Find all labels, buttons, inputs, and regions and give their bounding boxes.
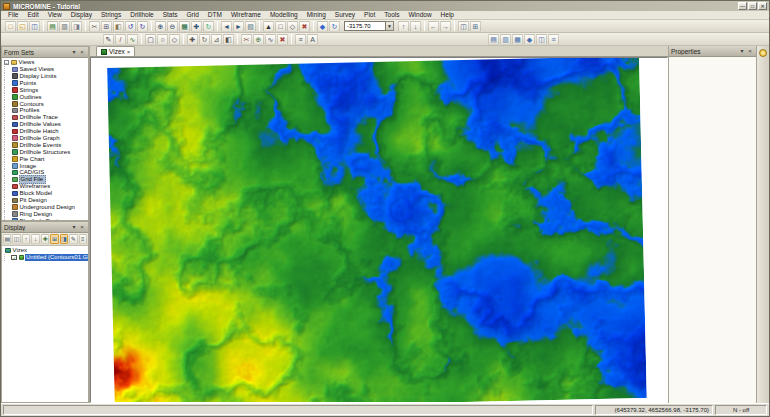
sidebar-item-wireframes[interactable]: Wireframes (3, 183, 88, 190)
layer-checkbox[interactable]: ✓ (11, 255, 17, 261)
snap-mode-icon[interactable]: / (115, 34, 126, 45)
edit-layer-icon[interactable]: ✎ (69, 234, 77, 244)
sidebar-item-ring-design[interactable]: Ring Design (3, 211, 88, 218)
open-file-icon[interactable]: ◱ (17, 21, 28, 32)
overlay-mode-icon[interactable]: ◨ (60, 234, 68, 244)
sidebar-item-points[interactable]: Points (3, 80, 88, 87)
collapse-icon[interactable]: − (4, 60, 9, 65)
polyline-icon[interactable]: ∿ (127, 34, 138, 45)
print-icon[interactable]: ▥ (59, 21, 70, 32)
view-iso-icon[interactable]: ◆ (524, 34, 535, 45)
menu-help[interactable]: Help (437, 11, 458, 19)
menu-drillhole[interactable]: Drillhole (126, 11, 157, 19)
move-points-icon[interactable]: ✚ (187, 34, 198, 45)
tab-vizex[interactable]: Vizex × (96, 46, 135, 56)
layer-item[interactable]: ✓Untitled (Contours01.GRD) (3, 254, 88, 261)
grid-display-icon[interactable]: ⊞ (470, 21, 481, 32)
view-3d-icon[interactable]: ◆ (317, 21, 328, 32)
redo-icon[interactable]: ↻ (137, 21, 148, 32)
close-icon[interactable]: × (78, 48, 86, 56)
menu-modelling[interactable]: Modelling (266, 11, 302, 19)
break-line-icon[interactable]: ✂ (241, 34, 252, 45)
display-save-icon[interactable]: ◫ (12, 234, 20, 244)
sidebar-item-block-model[interactable]: Block Model (3, 190, 88, 197)
menu-stats[interactable]: Stats (159, 11, 182, 19)
menu-dtm[interactable]: DTM (204, 11, 226, 19)
add-layer-icon[interactable]: ✚ (41, 234, 49, 244)
menu-edit[interactable]: Edit (23, 11, 42, 19)
sidebar-item-strings[interactable]: Strings (3, 87, 88, 94)
pan-icon[interactable]: ✚ (191, 21, 202, 32)
view-east-icon[interactable]: ▥ (500, 34, 511, 45)
pin-icon[interactable]: ▾ (70, 48, 78, 56)
menu-strings[interactable]: Strings (97, 11, 125, 19)
tree-root-vizex[interactable]: Vizex (3, 247, 88, 254)
menu-grid[interactable]: Grid (183, 11, 203, 19)
clear-selection-icon[interactable]: ✖ (299, 21, 310, 32)
forward-icon[interactable]: → (440, 21, 451, 32)
cut-icon[interactable]: ✂ (89, 21, 100, 32)
zoom-out-icon[interactable]: ⊖ (167, 21, 178, 32)
map-canvas[interactable] (107, 57, 647, 403)
layer-up-icon[interactable]: ↑ (398, 21, 409, 32)
menu-file[interactable]: File (4, 11, 22, 19)
tab-close-icon[interactable]: × (127, 49, 131, 55)
lightbulb-icon[interactable] (759, 49, 767, 57)
sidebar-item-drillhole-trace[interactable]: Drillhole Trace (3, 114, 88, 121)
sidebar-item-image[interactable]: Image (3, 162, 88, 169)
menu-survey[interactable]: Survey (331, 11, 359, 19)
close-icon[interactable]: × (78, 223, 86, 231)
view-north-icon[interactable]: ▤ (488, 34, 499, 45)
rotate-object-icon[interactable]: ↻ (199, 34, 210, 45)
save-file-icon[interactable]: ◫ (29, 21, 40, 32)
sidebar-item-drillhole-structures[interactable]: Drillhole Structures (3, 149, 88, 156)
sidebar-item-underground-design[interactable]: Underground Design (3, 204, 88, 211)
redraw-icon[interactable]: ↻ (203, 21, 214, 32)
back-icon[interactable]: ← (428, 21, 439, 32)
sidebar-item-display-limits[interactable]: Display Limits (3, 73, 88, 80)
sidebar-item-drillhole-events[interactable]: Drillhole Events (3, 142, 88, 149)
zoom-fit-icon[interactable]: ◫ (536, 34, 547, 45)
menu-plot[interactable]: Plot (360, 11, 379, 19)
sidebar-item-saved-views[interactable]: Saved Views (3, 66, 88, 73)
new-window-icon[interactable]: ◫ (458, 21, 469, 32)
z-value-input[interactable] (344, 21, 386, 31)
menu-display[interactable]: Display (67, 11, 96, 19)
form-sets-icon[interactable]: ▤ (47, 21, 58, 32)
sidebar-item-profiles[interactable]: Profiles (3, 107, 88, 114)
paste-icon[interactable]: ◧ (113, 21, 124, 32)
pin-icon[interactable]: ▾ (738, 47, 746, 55)
layer-move-up-icon[interactable]: ↑ (22, 234, 30, 244)
sidebar-item-grid-file[interactable]: Grid File (3, 176, 88, 183)
previous-view-icon[interactable]: ◄ (221, 21, 232, 32)
grid-mode-icon[interactable]: ⊞ (50, 234, 58, 244)
print-preview-icon[interactable]: ◨ (71, 21, 82, 32)
sidebar-item-contours[interactable]: Contours (3, 100, 88, 107)
digitise-icon[interactable]: ✎ (103, 34, 114, 45)
rotate-view-icon[interactable]: ↻ (329, 21, 340, 32)
menu-view[interactable]: View (44, 11, 66, 19)
scale-object-icon[interactable]: ⊿ (211, 34, 222, 45)
view-plan-icon[interactable]: ▦ (512, 34, 523, 45)
draw-polygon-icon[interactable]: ◇ (169, 34, 180, 45)
display-forms-icon[interactable]: ▤ (3, 234, 11, 244)
maximize-button[interactable]: □ (748, 2, 757, 10)
undo-icon[interactable]: ↺ (125, 21, 136, 32)
menu-wireframe[interactable]: Wireframe (227, 11, 265, 19)
sidebar-item-drillhole-hatch[interactable]: Drillhole Hatch (3, 128, 88, 135)
select-box-icon[interactable]: □ (275, 21, 286, 32)
minimize-button[interactable]: — (738, 2, 747, 10)
view-options-icon[interactable]: ≡ (548, 34, 559, 45)
close-button[interactable]: ✕ (758, 2, 767, 10)
copy-icon[interactable]: ⊞ (101, 21, 112, 32)
sidebar-item-blasthole-design[interactable]: Blasthole Design (3, 217, 88, 220)
saved-view-icon[interactable]: ▧ (245, 21, 256, 32)
layer-properties-icon[interactable]: ≡ (79, 234, 87, 244)
draw-circle-icon[interactable]: ○ (157, 34, 168, 45)
labels-icon[interactable]: A (307, 34, 318, 45)
select-icon[interactable]: ▲ (263, 21, 274, 32)
sidebar-item-pie-chart[interactable]: Pie Chart (3, 155, 88, 162)
sidebar-item-pit-design[interactable]: Pit Design (3, 197, 88, 204)
menu-mining[interactable]: Mining (303, 11, 330, 19)
menu-tools[interactable]: Tools (380, 11, 403, 19)
